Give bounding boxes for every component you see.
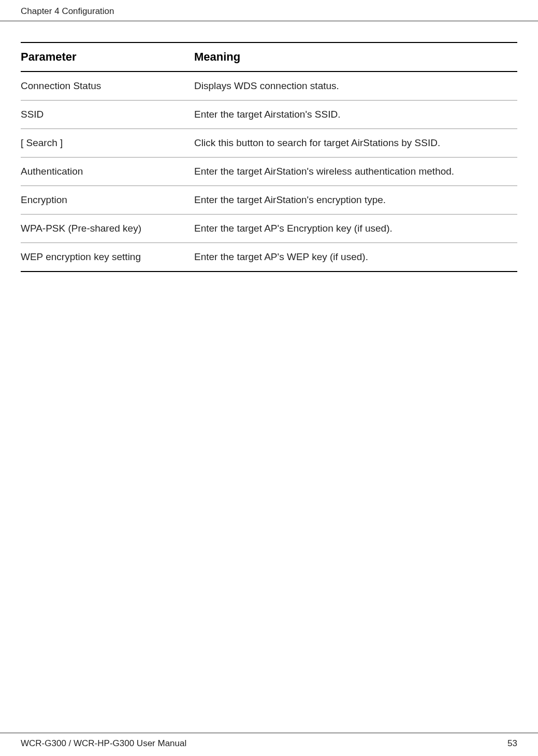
parameter-cell: Connection Status bbox=[21, 72, 194, 101]
meaning-cell: Enter the target AirStation's encryption… bbox=[194, 186, 517, 215]
column-header-parameter: Parameter bbox=[21, 42, 194, 72]
chapter-label: Chapter 4 Configuration bbox=[21, 6, 114, 16]
page-footer: WCR-G300 / WCR-HP-G300 User Manual 53 bbox=[0, 733, 538, 756]
table-row: Authentication Enter the target AirStati… bbox=[21, 158, 517, 186]
parameter-cell: SSID bbox=[21, 101, 194, 129]
content-area: Parameter Meaning Connection Status Disp… bbox=[0, 21, 538, 272]
column-header-meaning: Meaning bbox=[194, 42, 517, 72]
meaning-cell: Enter the target AirStation's wireless a… bbox=[194, 158, 517, 186]
parameter-cell: [ Search ] bbox=[21, 129, 194, 158]
table-header-row: Parameter Meaning bbox=[21, 42, 517, 72]
meaning-cell: Click this button to search for target A… bbox=[194, 129, 517, 158]
page-number: 53 bbox=[507, 738, 517, 749]
parameter-cell: Encryption bbox=[21, 186, 194, 215]
meaning-cell: Displays WDS connection status. bbox=[194, 72, 517, 101]
manual-title: WCR-G300 / WCR-HP-G300 User Manual bbox=[21, 738, 186, 749]
parameter-cell: Authentication bbox=[21, 158, 194, 186]
parameter-table: Parameter Meaning Connection Status Disp… bbox=[21, 42, 517, 272]
parameter-cell: WEP encryption key setting bbox=[21, 243, 194, 272]
meaning-cell: Enter the target Airstation's SSID. bbox=[194, 101, 517, 129]
table-row: WEP encryption key setting Enter the tar… bbox=[21, 243, 517, 272]
table-row: [ Search ] Click this button to search f… bbox=[21, 129, 517, 158]
table-row: Connection Status Displays WDS connectio… bbox=[21, 72, 517, 101]
parameter-cell: WPA-PSK (Pre-shared key) bbox=[21, 215, 194, 243]
table-row: SSID Enter the target Airstation's SSID. bbox=[21, 101, 517, 129]
page-header: Chapter 4 Configuration bbox=[0, 0, 538, 21]
table-row: WPA-PSK (Pre-shared key) Enter the targe… bbox=[21, 215, 517, 243]
table-row: Encryption Enter the target AirStation's… bbox=[21, 186, 517, 215]
meaning-cell: Enter the target AP's WEP key (if used). bbox=[194, 243, 517, 272]
meaning-cell: Enter the target AP's Encryption key (if… bbox=[194, 215, 517, 243]
